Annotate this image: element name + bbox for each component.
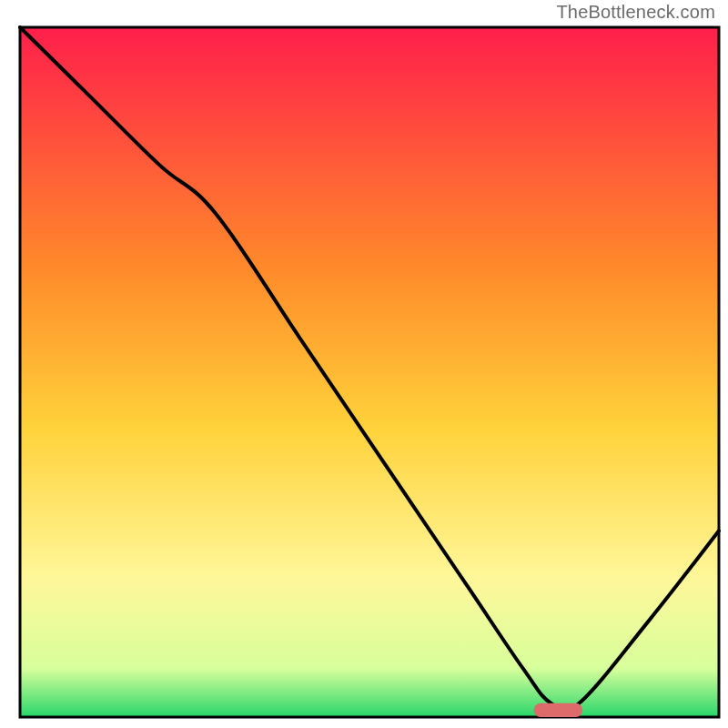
watermark-label: TheBottleneck.com xyxy=(556,2,715,23)
chart-container: { "watermark": "TheBottleneck.com", "col… xyxy=(0,0,728,728)
bottleneck-chart xyxy=(0,0,728,728)
optimal-marker xyxy=(533,703,582,717)
